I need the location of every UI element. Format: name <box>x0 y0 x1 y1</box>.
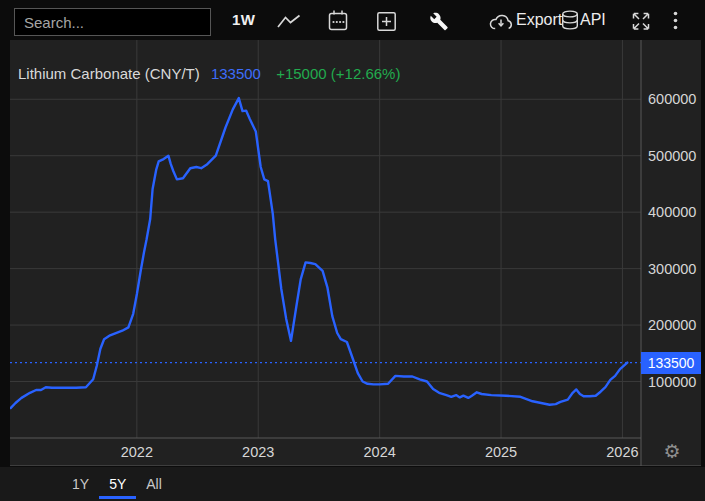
x-axis-tick-label: 2022 <box>121 444 153 460</box>
x-axis-tick-label: 2025 <box>485 444 517 460</box>
line-chart-icon[interactable] <box>277 14 301 29</box>
range-button-all[interactable]: All <box>136 470 172 499</box>
tools-wrench-icon[interactable] <box>429 12 449 31</box>
chart-panel: 2022202320242025202610000020000030000040… <box>10 40 701 466</box>
price-axis-badge: 133500 <box>641 352 701 374</box>
chart-legend: Lithium Carbonate (CNY/T) 133500 +15000 … <box>18 65 400 82</box>
range-selector-bar: 1Y 5Y All <box>0 467 705 501</box>
export-cloud-download-icon[interactable] <box>489 13 513 30</box>
add-plus-icon[interactable] <box>377 12 396 31</box>
last-price-value: 133500 <box>211 65 261 82</box>
y-axis-tick-label: 500000 <box>648 148 696 164</box>
y-axis-tick-label: 200000 <box>648 317 696 333</box>
price-change-value: +15000 (+12.66%) <box>276 65 400 82</box>
range-button-5y[interactable]: 5Y <box>99 470 136 499</box>
search-input[interactable] <box>14 8 211 36</box>
calendar-icon[interactable] <box>328 10 348 31</box>
export-button[interactable]: Export <box>516 11 562 29</box>
range-button-1y[interactable]: 1Y <box>62 470 99 499</box>
x-axis-tick-label: 2024 <box>364 444 396 460</box>
price-chart[interactable]: 2022202320242025202610000020000030000040… <box>10 40 701 466</box>
timeframe-button[interactable]: 1W <box>232 11 256 28</box>
x-axis-tick-label: 2026 <box>606 444 638 460</box>
kebab-menu-icon[interactable] <box>673 11 678 30</box>
y-axis-tick-label: 100000 <box>648 374 696 390</box>
y-axis-tick-label: 300000 <box>648 261 696 277</box>
fullscreen-expand-icon[interactable] <box>631 12 651 31</box>
gear-settings-icon[interactable]: ⚙ <box>660 440 684 464</box>
y-axis-tick-label: 600000 <box>648 91 696 107</box>
x-axis-tick-label: 2023 <box>242 444 274 460</box>
instrument-name: Lithium Carbonate (CNY/T) <box>18 65 200 82</box>
y-axis-tick-label: 400000 <box>648 204 696 220</box>
api-database-icon[interactable] <box>561 10 579 31</box>
price-series-line <box>11 98 628 408</box>
top-toolbar: 1W Export API <box>0 0 705 40</box>
api-button[interactable]: API <box>580 11 606 29</box>
